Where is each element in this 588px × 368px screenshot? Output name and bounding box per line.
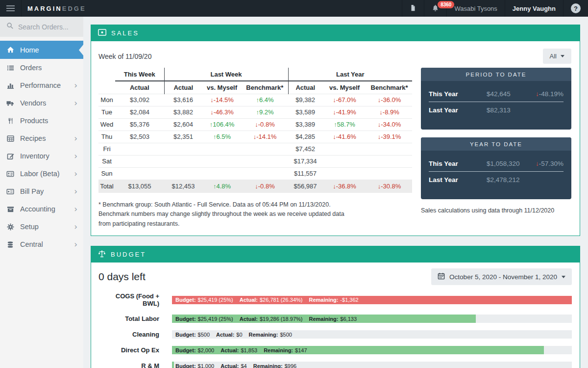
help-button[interactable]: ? (563, 0, 588, 17)
sidebar-item-products[interactable]: Products (0, 112, 83, 130)
sidebar-item-label: Accounting (20, 205, 55, 213)
app-logo: MARGINEDGE (27, 0, 86, 17)
document-button[interactable] (402, 0, 424, 17)
budget-panel-title: BUDGET (111, 251, 146, 258)
week-label: Week of 11/09/20 (98, 53, 151, 60)
sidebar-item-setup[interactable]: Setup › (0, 218, 83, 236)
days-left-label: 0 days left (98, 271, 146, 283)
summary-row: Last Year $82,313 (429, 102, 564, 118)
chevron-down-icon (562, 276, 565, 278)
budget-row: R & M Budget:$1,000 Actual:$4 Remaining:… (98, 362, 572, 368)
col-header: Actual (164, 81, 202, 94)
chevron-right-icon: › (74, 187, 77, 196)
sales-filter-dropdown[interactable]: All (543, 49, 571, 64)
sidebar-item-labor[interactable]: Labor (Beta) › (0, 165, 83, 183)
calendar-icon (438, 272, 445, 281)
sidebar-item-label: Inventory (20, 152, 49, 160)
table-sub-header-row: Actual Actual vs. Myself Benchmark* Actu… (98, 81, 412, 94)
sidebar-nav: Home Orders Performance › Vendors › (0, 37, 83, 253)
budget-toolbar: 0 days left October 5, 2020 - November 1… (98, 268, 572, 285)
pencil-square-icon (6, 153, 15, 160)
chevron-right-icon: › (74, 205, 77, 213)
table-row: Sun $11,557 (98, 167, 412, 180)
group-last-year: Last Year (288, 68, 412, 81)
sales-panel-header: SALES (91, 25, 580, 41)
user-menu[interactable]: Jenny Vaughn (505, 0, 563, 17)
budget-row: Cleaning Budget:$500 Actual:$0 Remaining… (98, 330, 572, 339)
chevron-down-icon (561, 55, 564, 57)
hamburger-menu-icon[interactable] (0, 0, 22, 17)
sidebar-item-central[interactable]: Central › (0, 236, 83, 253)
user-name: Jenny Vaughn (513, 5, 556, 12)
period-to-date-card: PERIOD TO DATE This Year $42,645 -48.19%… (421, 68, 571, 130)
group-this-week: This Week (115, 68, 164, 81)
sales-filter-label: All (550, 53, 557, 60)
sales-data-note: Sales calculations using data through 11… (421, 207, 571, 214)
sidebar-item-label: Performance (20, 81, 61, 89)
budget-panel-header: BUDGET (91, 246, 580, 263)
sidebar-item-orders[interactable]: Orders (0, 59, 83, 77)
chevron-right-icon: › (74, 223, 77, 231)
sidebar-item-label: Home (20, 46, 39, 54)
sidebar-item-home[interactable]: Home (0, 41, 83, 59)
truck-icon (6, 100, 15, 107)
summary-row: Last Year $2,478,212 (429, 172, 564, 187)
sidebar-item-label: Vendors (20, 99, 46, 107)
table-row: Fri $7,452 (98, 143, 412, 155)
chevron-right-icon: › (74, 170, 77, 178)
sales-panel-body: Week of 11/09/20 All (91, 41, 580, 236)
sidebar-item-bill-pay[interactable]: Bill Pay › (0, 183, 83, 200)
budget-bar: Budget:$25,419 (25%) Actual:$19,286 (18.… (172, 315, 572, 323)
col-header: vs. Myself (202, 81, 242, 94)
sidebar-item-performance[interactable]: Performance › (0, 77, 83, 94)
sidebar-item-accounting[interactable]: Accounting › (0, 200, 83, 218)
budget-date-range-label: October 5, 2020 - November 1, 2020 (449, 273, 557, 281)
table-group-header-row: This Week Last Week Last Year (98, 68, 412, 81)
chevron-right-icon: › (74, 81, 77, 90)
budget-bar: Budget:$1,000 Actual:$4 Remaining:$996 (172, 362, 572, 368)
sidebar-item-recipes[interactable]: Recipes › (0, 130, 83, 147)
year-to-date-title: YEAR TO DATE (421, 137, 571, 151)
banknote-icon (98, 29, 106, 37)
chevron-right-icon: › (74, 240, 77, 249)
col-header: Actual (115, 81, 164, 94)
list-icon (6, 64, 15, 72)
archive-icon (6, 206, 15, 213)
table-row: Wed $5,376 $2,604 106.4% -0.8% $3,389 58… (98, 118, 412, 131)
sidebar-item-label: Setup (20, 223, 39, 231)
col-header: Benchmark* (242, 81, 288, 94)
group-last-week: Last Week (164, 68, 288, 81)
summary-row: This Year $1,058,320 -57.30% (429, 156, 564, 172)
budget-bar: Budget:$25,419 (25%) Actual:$26,781 (26.… (172, 296, 572, 304)
id-card-icon (6, 170, 15, 178)
sales-toolbar: Week of 11/09/20 All (98, 49, 571, 64)
chevron-right-icon: › (74, 152, 77, 160)
budget-panel: BUDGET 0 days left October 5, 2020 - Nov… (91, 246, 580, 368)
search-input[interactable] (18, 23, 74, 31)
budget-panel-body: 0 days left October 5, 2020 - November 1… (91, 263, 580, 368)
table-total-row: Total $13,055 $12,453 4.8% -0.8% $56,987… (98, 180, 412, 193)
table-row: Tue $2,084 $3,882 -46.3% 9.2% $3,589 -41… (98, 106, 412, 118)
budget-bar-text: Budget:$1,000 Actual:$4 Remaining:$996 (175, 362, 296, 368)
budget-row: Direct Op Ex Budget:$2,000 Actual:$1,853… (98, 346, 572, 354)
col-header: vs. Myself (322, 81, 367, 94)
chevron-right-icon: › (74, 99, 77, 107)
sidebar-item-inventory[interactable]: Inventory › (0, 147, 83, 165)
summary-row: This Year $42,645 -48.19% (429, 86, 564, 102)
location-selector[interactable]: Wasabi Tysons (446, 0, 504, 17)
search-icon (6, 22, 14, 31)
sidebar-item-vendors[interactable]: Vendors › (0, 94, 83, 112)
home-icon (6, 46, 15, 53)
notification-count-badge[interactable]: 8360 (438, 1, 454, 8)
sidebar: Home Orders Performance › Vendors › (0, 17, 83, 368)
notifications-button[interactable]: 8360 (424, 0, 446, 17)
benchmark-footnote: * Benchmark group: South Atlantic - Full… (98, 200, 346, 229)
budget-bar-text: Budget:$500 Actual:$0 Remaining:$500 (175, 330, 292, 339)
sidebar-item-label: Products (20, 117, 48, 125)
table-row: Sat $17,334 (98, 155, 412, 167)
document-icon (410, 4, 416, 13)
sidebar-item-label: Orders (20, 64, 42, 72)
sidebar-item-label: Labor (Beta) (20, 170, 60, 178)
budget-bar-text: Budget:$25,419 (25%) Actual:$26,781 (26.… (175, 296, 359, 304)
budget-date-range-dropdown[interactable]: October 5, 2020 - November 1, 2020 (431, 268, 572, 285)
